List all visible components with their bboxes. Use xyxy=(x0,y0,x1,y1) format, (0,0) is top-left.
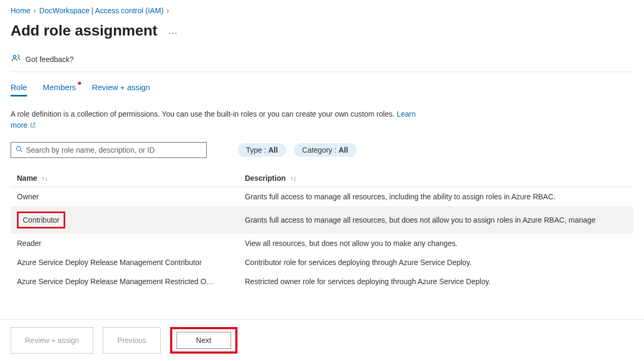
filter-category-value: All xyxy=(339,146,348,154)
notification-dot-icon xyxy=(78,82,81,85)
description-text: A role definition is a collection of per… xyxy=(11,110,396,118)
previous-button[interactable]: Previous xyxy=(103,327,160,354)
next-button[interactable]: Next xyxy=(177,332,231,349)
role-description-cell: Restricted owner role for services deplo… xyxy=(239,272,633,291)
table-row[interactable]: ReaderView all resources, but does not a… xyxy=(11,234,633,253)
role-name-cell: Azure Service Deploy Release Management … xyxy=(11,253,239,272)
table-row[interactable]: ContributorGrants full access to manage … xyxy=(11,206,633,234)
role-description-cell: Grants full access to manage all resourc… xyxy=(239,206,633,234)
role-search-box[interactable] xyxy=(11,142,207,158)
role-description-cell: Grants full access to manage all resourc… xyxy=(239,187,633,206)
role-description-cell: View all resources, but does not allow y… xyxy=(239,234,633,253)
column-header-description-label: Description xyxy=(245,174,286,182)
filter-category-pill[interactable]: Category : All xyxy=(294,143,356,157)
review-assign-button[interactable]: Review + assign xyxy=(11,327,93,354)
role-name-cell: Contributor xyxy=(11,206,239,234)
role-name: Reader xyxy=(17,239,232,248)
next-button-highlight: Next xyxy=(170,327,237,354)
column-header-name-label: Name xyxy=(17,174,37,182)
roles-table: Name ↑↓ Description ↑↓ OwnerGrants full … xyxy=(11,170,633,291)
role-name: Azure Service Deploy Release Management … xyxy=(17,258,232,267)
role-description: Restricted owner role for services deplo… xyxy=(245,277,627,286)
role-description: Grants full access to manage all resourc… xyxy=(245,216,627,224)
table-row[interactable]: Azure Service Deploy Release Management … xyxy=(11,272,633,291)
column-header-description[interactable]: Description ↑↓ xyxy=(239,170,633,187)
role-description: Grants full access to manage all resourc… xyxy=(245,192,627,201)
breadcrumb-home[interactable]: Home xyxy=(11,6,30,15)
sort-icon: ↑↓ xyxy=(41,175,48,182)
tab-role[interactable]: Role xyxy=(11,83,27,96)
role-description: View all resources, but does not allow y… xyxy=(245,239,627,248)
column-header-name[interactable]: Name ↑↓ xyxy=(11,170,239,187)
tab-members[interactable]: Members xyxy=(43,83,76,96)
chevron-right-icon: › xyxy=(33,6,36,15)
filter-type-label: Type : xyxy=(246,146,266,154)
table-row[interactable]: OwnerGrants full access to manage all re… xyxy=(11,187,633,206)
tab-review-assign[interactable]: Review + assign xyxy=(92,83,150,96)
svg-point-0 xyxy=(13,55,16,58)
svg-point-1 xyxy=(16,146,21,151)
role-name-cell: Reader xyxy=(11,234,239,253)
role-name: Owner xyxy=(17,192,232,201)
sort-icon: ↑↓ xyxy=(290,175,296,182)
external-link-icon xyxy=(30,120,36,131)
role-name: Azure Service Deploy Release Management … xyxy=(17,277,232,286)
feedback-label: Got feedback? xyxy=(25,55,74,64)
role-search-input[interactable] xyxy=(26,146,202,154)
filter-category-label: Category : xyxy=(302,146,337,154)
table-row[interactable]: Azure Service Deploy Release Management … xyxy=(11,253,633,272)
search-icon xyxy=(15,145,23,154)
chevron-right-icon: › xyxy=(166,6,169,15)
breadcrumb: Home › DocWorkspace | Access control (IA… xyxy=(11,6,633,15)
breadcrumb-workspace[interactable]: DocWorkspace | Access control (IAM) xyxy=(39,6,163,15)
wizard-footer: Review + assign Previous Next xyxy=(0,319,644,361)
role-name-highlighted: Contributor xyxy=(17,212,65,228)
tabs: Role Members Review + assign xyxy=(11,83,633,97)
feedback-icon xyxy=(11,53,21,65)
more-actions-button[interactable]: … xyxy=(168,25,178,37)
role-name-cell: Owner xyxy=(11,187,239,206)
tab-members-label: Members xyxy=(43,83,76,92)
page-title: Add role assignment xyxy=(11,22,157,39)
role-description-cell: Contributor role for services deploying … xyxy=(239,253,633,272)
role-description: Contributor role for services deploying … xyxy=(245,258,627,267)
filter-type-value: All xyxy=(268,146,278,154)
role-name-cell: Azure Service Deploy Release Management … xyxy=(11,272,239,291)
role-description-text: A role definition is a collection of per… xyxy=(11,109,419,131)
filter-type-pill[interactable]: Type : All xyxy=(237,143,286,157)
feedback-link[interactable]: Got feedback? xyxy=(11,53,633,72)
